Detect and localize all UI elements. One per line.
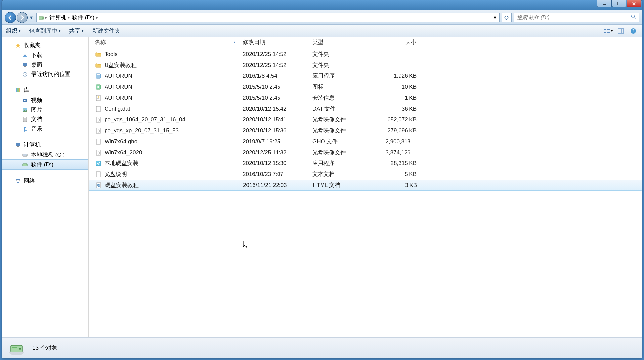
file-type: GHO 文件 [309,138,377,145]
search-icon[interactable] [631,14,636,21]
file-size: 3 KB [377,182,420,189]
file-type: 应用程序 [309,72,377,80]
file-row[interactable]: Win7x64.gho2019/9/7 19:25GHO 文件2,900,813… [89,136,642,147]
breadcrumb-sep-icon[interactable]: ▸ [96,15,99,20]
network-icon [15,178,21,184]
nav-history-dropdown[interactable]: ▾ [28,12,34,23]
sidebar-item-drive-c[interactable]: 本地磁盘 (C:) [2,150,88,159]
file-row[interactable]: AUTORUN2015/5/10 2:45安装信息1 KB [89,92,642,103]
file-icon [95,149,102,156]
include-library-button[interactable]: 包含到库中 ▾ [29,27,61,35]
column-name[interactable]: 名称 ▲ [89,37,239,47]
title-bar [2,0,642,10]
file-row[interactable]: 光盘说明2016/10/23 7:07文本文档5 KB [89,169,642,180]
forward-button[interactable] [17,12,28,23]
address-bar[interactable]: ▸ 计算机 ▸ 软件 (D:) ▸ ▾ [36,13,500,22]
sidebar-item-music[interactable]: 音乐 [2,124,88,134]
sidebar-favorites[interactable]: 收藏夹 [2,40,88,50]
file-type: 光盘映像文件 [309,127,377,134]
svg-point-56 [98,153,99,153]
search-box[interactable] [514,13,639,22]
svg-point-49 [98,120,99,120]
svg-rect-67 [12,347,17,348]
file-row[interactable]: Tools2020/12/25 14:52文件夹 [89,49,642,60]
breadcrumb-sep-icon[interactable]: ▸ [45,15,48,20]
sidebar-item-drive-d[interactable]: 软件 (D:) [2,159,88,170]
column-type[interactable]: 类型 [309,37,377,47]
toolbar: 组织 ▾ 包含到库中 ▾ 共享 ▾ 新建文件夹 ▾ ? [2,25,642,37]
sidebar-computer[interactable]: 计算机 [2,140,88,150]
svg-rect-46 [96,106,100,112]
column-date[interactable]: 修改日期 [239,37,309,47]
close-button[interactable] [627,0,641,7]
file-row[interactable]: Win7x64_20202020/12/25 11:32光盘映像文件3,874,… [89,147,642,158]
explorer-window: ▾ ▸ 计算机 ▸ 软件 (D:) ▸ ▾ 组织 ▾ 包含到库中 ▾ [2,0,642,358]
refresh-button[interactable] [502,13,512,22]
address-dropdown[interactable]: ▾ [492,14,498,21]
svg-rect-19 [16,88,17,92]
file-row[interactable]: pe_yqs_1064_20_07_31_16_042020/10/12 15:… [89,114,642,125]
file-icon [95,94,102,102]
back-button[interactable] [5,12,16,23]
sidebar-item-pictures[interactable]: 图片 [2,105,88,114]
sidebar-item-label: 图片 [31,106,42,113]
svg-rect-57 [96,161,101,166]
file-name: 光盘说明 [105,170,127,178]
file-size: 28,315 KB [377,160,420,167]
drive-icon [22,152,28,158]
svg-rect-31 [16,147,20,147]
minimize-button[interactable] [597,0,612,7]
sidebar-network[interactable]: 网络 [2,176,88,186]
maximize-button[interactable] [612,0,626,7]
sidebar-item-recent[interactable]: 最近访问的位置 [2,69,88,79]
breadcrumb-sep-icon[interactable]: ▸ [67,15,71,20]
file-row[interactable]: pe_yqs_xp_20_07_31_15_532020/10/12 15:36… [89,125,642,136]
file-row[interactable]: AUTORUN2015/5/10 2:45图标10 KB [89,81,642,92]
new-folder-button[interactable]: 新建文件夹 [92,27,120,35]
status-count: 13 个对象 [32,344,57,352]
file-size: 3,874,126 ... [377,149,420,156]
sidebar-item-label: 最近访问的位置 [31,70,70,78]
file-row[interactable]: Config.dat2020/10/12 15:42DAT 文件36 KB [89,103,642,114]
sidebar-libraries[interactable]: 库 [2,85,88,95]
svg-rect-7 [604,32,606,33]
library-icon [15,87,21,94]
svg-rect-20 [17,88,19,92]
star-icon [15,42,21,49]
share-button[interactable]: 共享 ▾ [69,27,84,35]
sidebar-item-downloads[interactable]: 下载 [2,50,88,60]
drive-large-icon [7,339,26,357]
preview-pane-button[interactable] [616,27,625,35]
file-name: AUTORUN [105,73,132,79]
column-size[interactable]: 大小 [377,37,420,47]
svg-rect-8 [607,29,610,30]
file-rows[interactable]: Tools2020/12/25 14:52文件夹U盘安装教程2020/12/25… [89,47,642,338]
sidebar: 收藏夹 下载 桌面 最近访问的位置 库 [2,37,89,338]
file-name: Tools [105,51,118,58]
help-button[interactable]: ? [629,27,638,35]
sidebar-item-label: 视频 [31,96,42,104]
organize-button[interactable]: 组织 ▾ [6,27,21,35]
file-row[interactable]: 硬盘安装教程2016/11/21 22:03HTML 文档3 KB [89,180,642,191]
sidebar-item-videos[interactable]: 视频 [2,95,88,105]
view-mode-button[interactable]: ▾ [604,27,613,35]
breadcrumb-folder[interactable]: 软件 (D:) [71,13,96,22]
file-name: 本地硬盘安装 [105,159,138,167]
sidebar-item-label: 音乐 [31,125,42,133]
file-date: 2020/10/12 15:36 [239,127,309,134]
file-row[interactable]: 本地硬盘安装2020/10/12 15:30应用程序28,315 KB [89,158,642,169]
search-input[interactable] [517,15,631,21]
sidebar-item-label: 本地磁盘 (C:) [31,151,64,158]
file-icon [95,138,102,145]
breadcrumb-computer[interactable]: 计算机 [48,13,67,22]
file-row[interactable]: AUTORUN2016/1/8 4:54应用程序1,926 KB [89,70,642,81]
sidebar-item-desktop[interactable]: 桌面 [2,60,88,69]
file-icon [95,72,102,80]
file-row[interactable]: U盘安装教程2020/12/25 14:52文件夹 [89,60,642,70]
status-bar: 13 个对象 [2,338,642,358]
sidebar-item-label: 文档 [31,115,42,123]
file-name: AUTORUN [105,84,132,90]
sort-arrow-icon: ▲ [233,40,236,44]
sidebar-item-documents[interactable]: 文档 [2,114,88,124]
file-icon [95,127,102,134]
